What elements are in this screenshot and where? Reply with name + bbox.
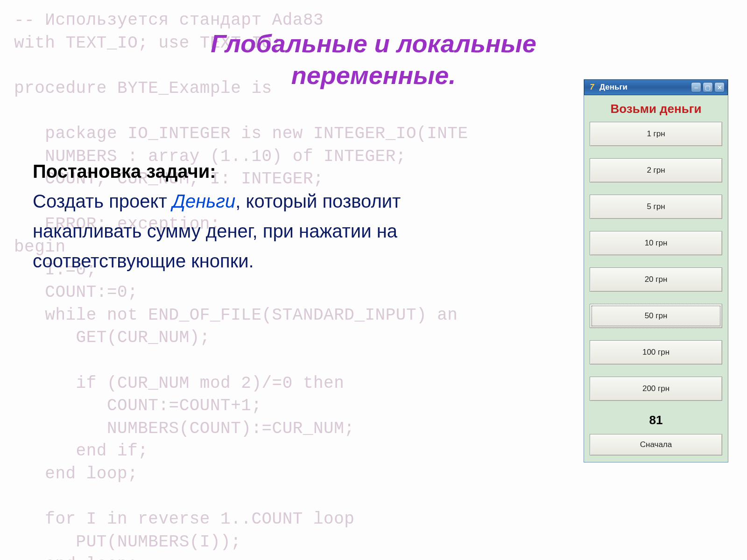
task-text-pre: Создать проект [33,191,172,211]
titlebar[interactable]: 7 Деньги – ▢ ✕ [584,79,728,95]
task-heading: Постановка задачи: [33,156,434,186]
money-button-100[interactable]: 100 грн [590,340,722,364]
money-button-5[interactable]: 5 грн [590,195,722,219]
money-button-10[interactable]: 10 грн [590,231,722,255]
reset-button[interactable]: Сначала [590,434,722,455]
money-button-2[interactable]: 2 грн [590,158,722,182]
minimize-button[interactable]: – [691,82,701,92]
money-button-1[interactable]: 1 грн [590,122,722,146]
money-button-50[interactable]: 50 грн [590,304,722,328]
counter-value: 81 [590,413,722,427]
money-app-window: 7 Деньги – ▢ ✕ Возьми деньги 1 грн 2 грн… [584,79,728,462]
app-body: Возьми деньги 1 грн 2 грн 5 грн 10 грн 2… [584,95,728,462]
slide-title: Глобальные и локальные переменные. [0,0,747,91]
window-controls: – ▢ ✕ [691,82,725,92]
delphi-icon: 7 [587,83,597,92]
project-name: Деньги [172,191,235,211]
slide-title-line1: Глобальные и локальные [211,29,536,57]
money-button-20[interactable]: 20 грн [590,267,722,292]
task-text: Создать проект Деньги, который позволит … [33,186,434,276]
slide-title-line2: переменные. [291,61,456,89]
maximize-button[interactable]: ▢ [703,82,713,92]
task-block: Постановка задачи: Создать проект Деньги… [33,156,434,276]
close-button[interactable]: ✕ [714,82,725,92]
window-title: Деньги [599,83,691,92]
money-button-200[interactable]: 200 грн [590,377,722,401]
app-heading: Возьми деньги [590,102,722,116]
